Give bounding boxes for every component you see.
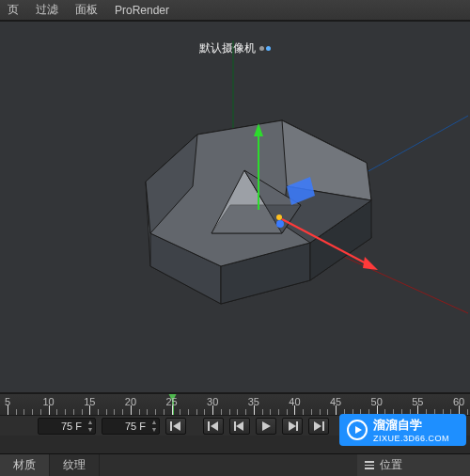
tab-materials[interactable]: 材质 [0, 454, 50, 476]
current-frame-input[interactable] [39, 420, 86, 432]
svg-rect-29 [296, 421, 298, 431]
svg-marker-30 [314, 421, 321, 431]
menu-icon [365, 461, 374, 469]
menu-prorender[interactable]: ProRender [115, 4, 169, 17]
svg-point-19 [276, 220, 284, 228]
panel-position-label: 位置 [380, 457, 402, 473]
menu-filter[interactable]: 过滤 [36, 2, 58, 18]
goto-prev-key-button[interactable] [203, 418, 224, 435]
svg-rect-21 [170, 421, 172, 431]
spinner-down-icon[interactable]: ▼ [149, 426, 159, 434]
end-frame-field[interactable]: ▲▼ [102, 418, 160, 435]
spinner-down-icon[interactable]: ▼ [86, 426, 95, 434]
svg-marker-27 [262, 421, 271, 431]
svg-marker-25 [236, 421, 243, 431]
watermark-badge: 溜溜自学 ZIXUE.3D66.COM [339, 414, 466, 446]
viewport[interactable]: 默认摄像机 [0, 21, 470, 393]
tab-textures[interactable]: 纹理 [50, 454, 100, 476]
goto-start-button[interactable] [165, 418, 186, 435]
svg-marker-28 [289, 421, 296, 431]
panel-position-header[interactable]: 位置 [357, 454, 470, 476]
timeline-ruler[interactable]: 51015202530354045505560 [0, 394, 470, 415]
play-button[interactable] [256, 418, 276, 435]
svg-marker-24 [211, 421, 218, 431]
current-frame-field[interactable]: ▲▼ [38, 418, 96, 435]
svg-marker-22 [173, 421, 180, 431]
play-circle-icon [347, 420, 368, 440]
step-back-button[interactable] [229, 418, 250, 435]
step-forward-button[interactable] [282, 418, 303, 435]
svg-rect-26 [234, 421, 236, 431]
viewport-canvas [0, 22, 470, 393]
watermark-title: 溜溜自学 [373, 418, 422, 432]
menu-panel[interactable]: 面板 [75, 2, 98, 18]
spinner-up-icon[interactable]: ▲ [149, 419, 159, 426]
watermark-sub: ZIXUE.3D66.COM [373, 434, 449, 443]
svg-rect-23 [208, 421, 210, 431]
end-frame-input[interactable] [102, 420, 149, 432]
svg-marker-17 [363, 257, 378, 270]
spinner-up-icon[interactable]: ▲ [86, 419, 95, 426]
goto-next-key-button[interactable] [308, 418, 329, 435]
svg-rect-31 [322, 421, 324, 431]
menu-view[interactable]: 页 [8, 2, 19, 18]
svg-point-20 [276, 214, 282, 220]
